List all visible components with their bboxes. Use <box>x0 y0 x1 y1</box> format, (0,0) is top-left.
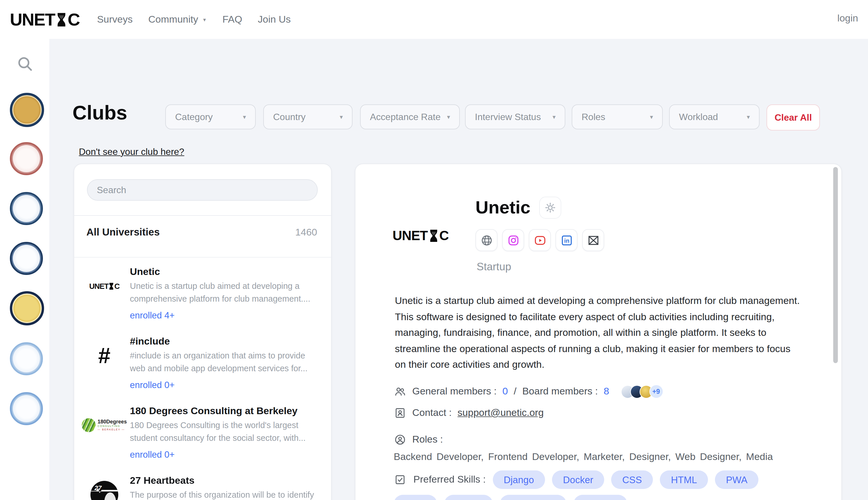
uc-santa-barbara-seal[interactable] <box>10 242 43 275</box>
chevron-down-icon: ▼ <box>339 114 344 120</box>
skill-pill-html[interactable]: HTML <box>660 470 708 489</box>
preferred-skills-row: Preferred Skills : Django Docker CSS HTM… <box>394 470 800 500</box>
uc-berkeley-seal[interactable] <box>10 93 44 127</box>
members-separator: / <box>514 386 516 397</box>
chevron-down-icon: ▼ <box>202 18 207 23</box>
uc-san-diego-seal[interactable] <box>10 291 44 326</box>
club-list-item-180-degrees[interactable]: 180Degrees CONSULTING — BERKELEY — 180 D… <box>74 402 331 471</box>
club-description: #include is an organization that aims to… <box>130 350 321 375</box>
club-category-label: Startup <box>477 260 511 273</box>
club-description: 180 Degrees Consulting is the world's la… <box>130 419 321 444</box>
filter-country[interactable]: Country▼ <box>263 104 352 129</box>
club-search-input[interactable] <box>87 179 318 201</box>
email-link-button[interactable] <box>582 229 604 251</box>
skill-pill-django[interactable]: Django <box>493 470 545 489</box>
skill-pill-pwa[interactable]: PWA <box>715 470 759 489</box>
board-members-count[interactable]: 8 <box>604 386 609 397</box>
hourglass-icon <box>55 12 67 27</box>
skill-pill-docker[interactable]: Docker <box>552 470 604 489</box>
more-members-badge[interactable]: +9 <box>649 385 663 398</box>
instagram-icon <box>507 234 520 247</box>
list-header-count: 1460 <box>295 227 317 238</box>
skills-label: Preferred Skills : <box>414 474 486 486</box>
roles-label: Roles : <box>412 431 443 448</box>
youtube-link[interactable] <box>529 229 551 251</box>
usc-seal[interactable] <box>10 142 43 175</box>
globe-icon <box>480 234 493 247</box>
person-circle-icon <box>394 433 406 446</box>
filter-acceptance-rate[interactable]: Acceptance Rate▼ <box>360 104 460 129</box>
logo-text-right: C <box>68 10 79 29</box>
club-name: Unetic <box>130 266 321 278</box>
skill-pill-figma[interactable]: Figma <box>444 495 493 500</box>
linkedin-icon: in <box>560 234 573 247</box>
envelope-icon <box>587 234 600 247</box>
social-links-row: in <box>475 229 604 251</box>
divider <box>74 257 331 258</box>
main-nav: Surveys Community▼ FAQ Join Us <box>97 14 291 25</box>
club-list-card: All Universities 1460 UNETC Unetic Uneti… <box>74 163 332 500</box>
board-members-label: Board members : <box>522 386 598 397</box>
enrolled-link[interactable]: enrolled 0+ <box>130 380 321 390</box>
general-members-label: General members : <box>412 386 497 397</box>
scrollbar-thumb[interactable] <box>833 167 838 363</box>
nav-community[interactable]: Community▼ <box>148 14 207 25</box>
club-list-item-include[interactable]: # #include #include is an organization t… <box>74 332 331 402</box>
uc-irvine-seal[interactable] <box>10 342 43 375</box>
university-rail <box>0 39 49 500</box>
filter-workload[interactable]: Workload▼ <box>669 104 760 129</box>
page-body: Clubs Category▼ Country▼ Acceptance Rate… <box>0 39 868 500</box>
chevron-down-icon: ▼ <box>649 114 654 120</box>
ucla-seal[interactable] <box>10 392 43 425</box>
search-icon[interactable] <box>16 55 34 72</box>
club-detail-card: UNETC Unetic <box>355 163 842 500</box>
club-name: 180 Degrees Consulting at Berkeley <box>130 406 321 417</box>
divider <box>74 215 331 216</box>
club-list-item-27-heartbeats[interactable]: 27 27 Heartbeats The purpose of this org… <box>74 471 331 500</box>
login-link[interactable]: login <box>837 13 858 24</box>
filter-interview-status[interactable]: Interview Status▼ <box>465 104 565 129</box>
linkedin-link[interactable]: in <box>555 229 578 251</box>
gear-icon <box>544 201 557 214</box>
list-header: All Universities 1460 <box>74 222 331 243</box>
unetic-wordmark-icon: UNETC <box>86 271 123 301</box>
nav-faq[interactable]: FAQ <box>222 14 242 25</box>
contact-card-icon <box>394 407 406 419</box>
clear-all-button[interactable]: Clear All <box>766 104 820 130</box>
contact-label: Contact : <box>412 407 452 419</box>
skill-pill-aws[interactable]: AWS <box>394 495 437 500</box>
checkbox-icon <box>394 473 406 486</box>
club-name: 27 Heartbeats <box>130 475 321 487</box>
nav-surveys[interactable]: Surveys <box>97 14 133 25</box>
logo-text-left: UNET <box>10 10 55 29</box>
enrolled-link[interactable]: enrolled 4+ <box>130 310 321 321</box>
unetic-wordmark-logo: UNETC <box>393 228 449 243</box>
member-avatars[interactable]: +9 <box>621 385 663 398</box>
filter-roles[interactable]: Roles▼ <box>572 104 663 129</box>
skill-pill-mysql[interactable]: MySQL <box>574 495 627 500</box>
youtube-icon <box>533 234 546 247</box>
members-row: General members : 0 / Board members : 8 … <box>394 385 663 398</box>
hash-icon: # <box>86 340 123 371</box>
enrolled-link[interactable]: enrolled 0+ <box>130 450 321 460</box>
contact-email-link[interactable]: support@unetic.org <box>458 407 544 419</box>
uc-davis-seal[interactable] <box>10 192 43 225</box>
chevron-down-icon: ▼ <box>552 114 557 120</box>
svg-text:in: in <box>564 237 569 243</box>
27-heartbeats-logo-icon: 27 <box>86 480 123 500</box>
nav-join-us[interactable]: Join Us <box>258 14 290 25</box>
general-members-count[interactable]: 0 <box>502 386 508 397</box>
website-link[interactable] <box>475 229 497 251</box>
skill-pill-css[interactable]: CSS <box>611 470 653 489</box>
unetic-logo[interactable]: UNET C <box>10 10 80 29</box>
chevron-down-icon: ▼ <box>746 114 751 120</box>
filter-category[interactable]: Category▼ <box>165 104 256 129</box>
chevron-down-icon: ▼ <box>446 114 451 120</box>
settings-button[interactable] <box>539 197 561 219</box>
club-list-item-unetic[interactable]: UNETC Unetic Unetic is a startup club ai… <box>74 263 331 332</box>
club-description: Unetic is a startup club aimed at develo… <box>130 280 321 305</box>
roles-list: Backend Developer, Frontend Developer, M… <box>394 448 773 466</box>
missing-club-link[interactable]: Don't see your club here? <box>79 147 184 157</box>
skill-pill-javascript[interactable]: JavaScript <box>500 495 567 500</box>
instagram-link[interactable] <box>502 229 524 251</box>
